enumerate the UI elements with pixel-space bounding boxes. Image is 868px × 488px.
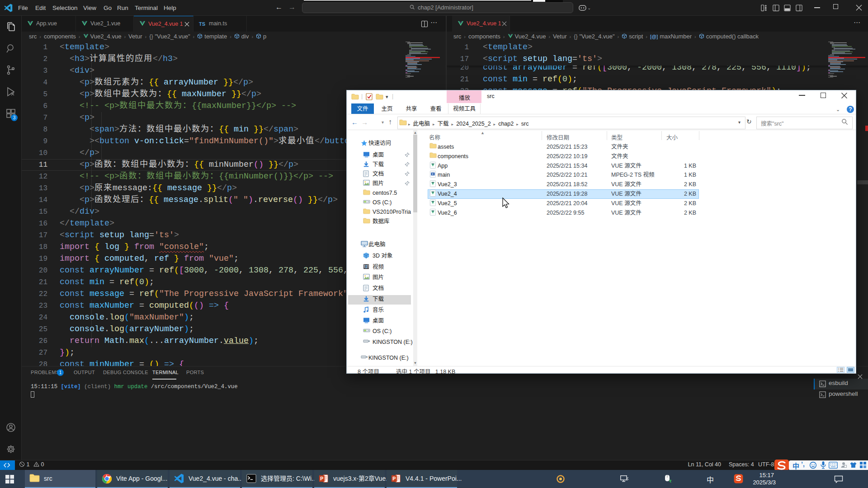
svg-text:P: P	[392, 476, 396, 481]
svg-text:P: P	[320, 476, 323, 481]
